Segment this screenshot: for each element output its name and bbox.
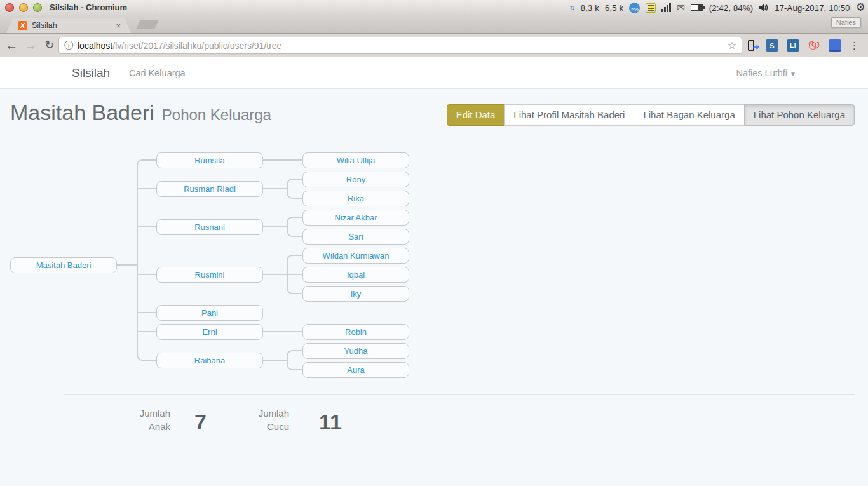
mail-indicator-icon[interactable]: ✉ — [677, 2, 685, 13]
tree-node[interactable]: Pani — [156, 305, 263, 321]
tree-node[interactable]: Rony — [302, 172, 409, 187]
browser-toolbar: ← → ↻ ⓘ localhost/lv/riset/2017/silsilah… — [0, 33, 868, 57]
xampp-favicon: X — [18, 21, 27, 30]
extension-s-icon[interactable]: S — [766, 39, 778, 52]
network-up-value: 8,3 k — [581, 3, 599, 13]
network-traffic-icon[interactable]: ↑↓ — [569, 3, 575, 12]
tree-node[interactable]: Iky — [302, 286, 409, 302]
back-button[interactable]: ← — [3, 34, 20, 57]
tree-node[interactable]: Raihana — [156, 353, 263, 368]
extension-icons: ➜ S LI ⋮ — [745, 37, 859, 54]
send-to-device-icon[interactable]: ➜ — [745, 39, 757, 52]
battery-status: (2:42, 84%) — [709, 3, 753, 13]
system-tray: ↑↓ 8,3 k 6,5 k 289 ✉ (2:42, 84%) 17-Aug-… — [569, 0, 865, 15]
notes-indicator-icon[interactable] — [646, 3, 656, 13]
tree-node[interactable]: Nizar Akbar — [302, 210, 409, 226]
window-close-button[interactable] — [5, 3, 14, 12]
forward-button: → — [22, 34, 39, 57]
tab-title: Silsilah — [32, 21, 114, 30]
session-gear-icon[interactable]: ⚙ — [856, 0, 865, 15]
url-host: localhost — [78, 41, 112, 51]
tree-node[interactable]: Rika — [302, 191, 409, 206]
clock[interactable]: 17-Aug-2017, 10:50 — [775, 3, 850, 13]
window-maximize-button[interactable] — [33, 3, 42, 12]
tree-node[interactable]: Wilia Ulfija — [302, 152, 409, 168]
tree-node[interactable]: Rusmini — [156, 267, 263, 283]
browser-tab-silsilah[interactable]: X Silsilah × — [6, 18, 131, 33]
new-tab-button[interactable] — [136, 20, 159, 29]
indicator-badge-icon[interactable]: 289 — [629, 3, 640, 13]
tree-node[interactable]: Yudha — [302, 343, 409, 359]
extension-li-icon[interactable]: LI — [787, 39, 799, 52]
tooltip-nafies: Nafies — [831, 17, 861, 27]
laravel-extension-icon[interactable] — [808, 39, 820, 52]
tree-connectors — [0, 0, 868, 486]
volume-icon[interactable] — [759, 3, 769, 12]
network-down-value: 6,5 k — [605, 3, 623, 13]
tree-node[interactable]: Rusman Riadi — [156, 181, 263, 197]
signal-strength-icon[interactable] — [661, 3, 671, 12]
bookmark-star-icon[interactable]: ☆ — [728, 39, 736, 51]
browser-tabstrip: X Silsilah × — [0, 15, 868, 33]
tree-node[interactable]: Wildan Kurniawan — [302, 248, 409, 264]
system-top-panel: Silsilah - Chromium ↑↓ 8,3 k 6,5 k 289 ✉… — [0, 0, 868, 15]
tree-node[interactable]: Rumsita — [156, 152, 263, 168]
battery-icon[interactable] — [691, 4, 703, 11]
address-bar[interactable]: ⓘ localhost/lv/riset/2017/silsilahku/pub… — [58, 37, 742, 54]
tree-node[interactable]: Aura — [302, 362, 409, 378]
url-text[interactable]: localhost/lv/riset/2017/silsilahku/publi… — [78, 41, 281, 51]
browser-menu-icon[interactable]: ⋮ — [850, 40, 859, 51]
url-path: /lv/riset/2017/silsilahku/public/users/9… — [112, 41, 281, 51]
extension-blue-icon[interactable] — [829, 39, 841, 52]
tab-close-icon[interactable]: × — [114, 21, 122, 30]
page-info-icon[interactable]: ⓘ — [64, 40, 73, 51]
window-title: Silsilah - Chromium — [50, 0, 127, 15]
window-minimize-button[interactable] — [19, 3, 28, 12]
family-tree: Wilia UlfijaRumsitaRonyRikaRusman RiadiN… — [0, 0, 868, 486]
tree-node[interactable]: Erni — [156, 324, 263, 340]
tree-node[interactable]: Rusnani — [156, 219, 263, 235]
window-controls — [5, 3, 42, 12]
tree-node[interactable]: Masitah Baderi — [10, 257, 117, 273]
tree-node[interactable]: Sari — [302, 229, 409, 245]
reload-button[interactable]: ↻ — [41, 34, 58, 57]
tree-node[interactable]: Robin — [302, 324, 409, 340]
tree-node[interactable]: Iqbal — [302, 267, 409, 283]
